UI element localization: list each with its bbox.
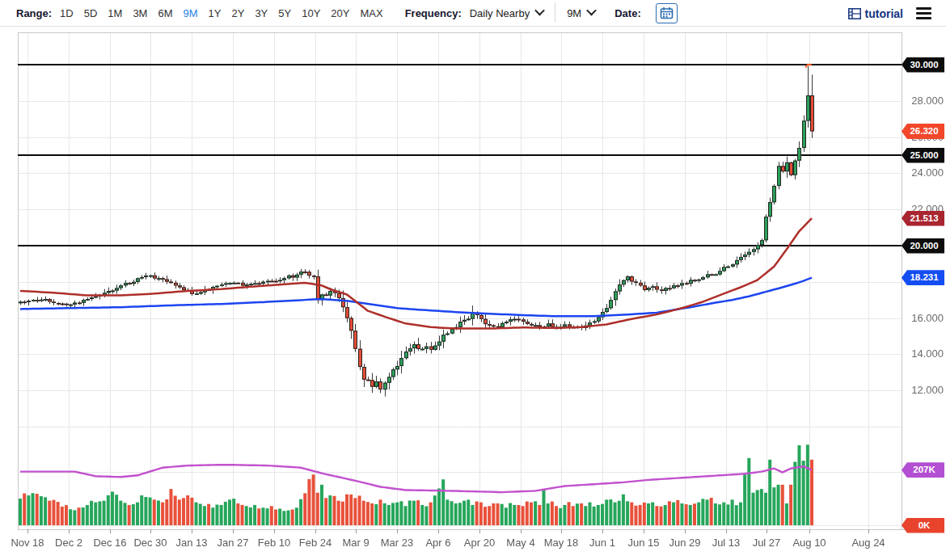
range-option-1y[interactable]: 1Y	[209, 7, 222, 19]
range-option-max[interactable]: MAX	[360, 7, 382, 19]
chart-toolbar: Range: 1D5D1M3M6M9M1Y2Y3Y5Y10Y20YMAX Fre…	[0, 0, 946, 27]
range-option-20y[interactable]: 20Y	[331, 7, 349, 19]
range-option-3m[interactable]: 3M	[133, 7, 147, 19]
range-options: 1D5D1M3M6M9M1Y2Y3Y5Y10Y20YMAX	[60, 7, 394, 19]
frequency-dropdown[interactable]: Daily Nearby	[470, 7, 543, 19]
chevron-down-icon	[534, 6, 545, 16]
tutorial-link[interactable]: tutorial	[848, 7, 903, 20]
range-option-2y[interactable]: 2Y	[231, 7, 244, 19]
menu-hamburger-icon[interactable]	[916, 6, 931, 21]
tutorial-label: tutorial	[865, 7, 903, 20]
range-option-5y[interactable]: 5Y	[278, 7, 291, 19]
calendar-icon	[660, 6, 674, 19]
date-label: Date:	[614, 7, 641, 19]
toolbar-separator	[555, 3, 555, 23]
range-option-10y[interactable]: 10Y	[302, 7, 320, 19]
range-option-1m[interactable]: 1M	[108, 7, 122, 19]
range-label: Range:	[16, 7, 52, 19]
chevron-down-icon	[586, 6, 597, 16]
range-option-5d[interactable]: 5D	[84, 7, 98, 19]
range-option-1d[interactable]: 1D	[60, 7, 74, 19]
frequency-value: Daily Nearby	[470, 7, 530, 19]
date-picker-button[interactable]	[656, 3, 678, 23]
range-option-9m[interactable]: 9M	[184, 7, 198, 19]
range-option-6m[interactable]: 6M	[158, 7, 172, 19]
period-value: 9M	[567, 7, 581, 19]
tutorial-film-icon	[848, 8, 861, 19]
range-option-3y[interactable]: 3Y	[255, 7, 268, 19]
frequency-label: Frequency:	[405, 7, 462, 19]
candlestick-volume-chart[interactable]	[0, 0, 946, 560]
period-dropdown[interactable]: 9M	[567, 7, 595, 19]
